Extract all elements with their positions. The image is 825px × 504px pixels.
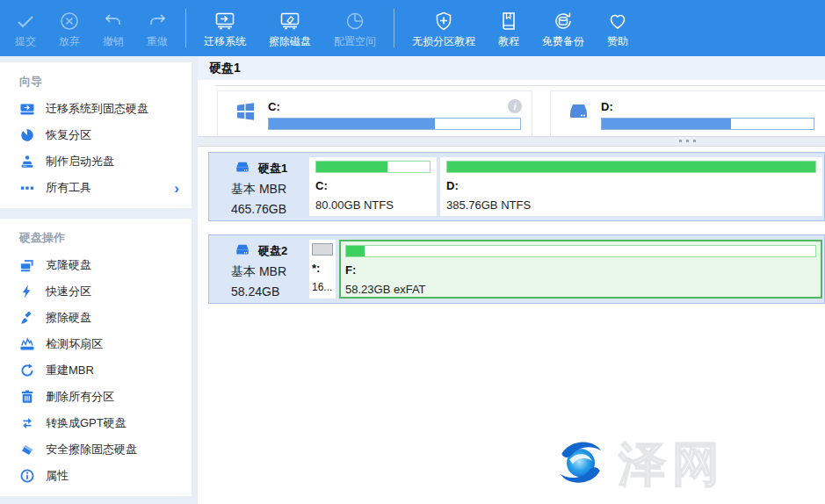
sidebar-item-ssd-migrate[interactable]: 迁移系统到固态硬盘 — [0, 96, 192, 122]
disk-title: 硬盘2 — [231, 242, 299, 260]
partition-info: 80.00GB NTFS — [315, 198, 431, 212]
windows-icon — [234, 101, 257, 122]
drive-icon — [231, 160, 258, 177]
partition-star[interactable]: *:16... — [309, 240, 336, 299]
book-icon — [498, 10, 519, 33]
sidebar-section-title: 向导 — [0, 66, 192, 96]
toolbar: 提交放弃撤销重做迁移系统擦除磁盘配置空间无损分区教程教程免费备份赞助 — [0, 0, 825, 56]
app-body: 向导迁移系统到固态硬盘恢复分区制作启动光盘所有工具›硬盘操作克隆硬盘快速分区擦除… — [0, 56, 825, 504]
redo-icon — [147, 10, 168, 33]
disk-meta[interactable]: 硬盘2基本 MBR58.24GB — [209, 235, 299, 303]
pane-splitter[interactable] — [198, 136, 825, 147]
overview-card-D[interactable]: D: — [550, 90, 825, 136]
partition-strip: *:16...F:58.23GB exFAT — [299, 235, 824, 303]
toolbar-button-backup[interactable]: 免费备份 — [531, 7, 596, 50]
sidebar-section-title: 硬盘操作 — [0, 222, 192, 252]
wave-icon — [19, 336, 35, 352]
overview-card-body: D: — [601, 100, 814, 136]
toolbar-button-label: 迁移系统 — [204, 33, 246, 50]
toolbar-button-label: 教程 — [498, 33, 519, 50]
eraser-icon — [19, 442, 35, 457]
partition-F[interactable]: F:58.23GB exFAT — [339, 240, 822, 299]
sidebar-item-label: 删除所有分区 — [46, 389, 114, 405]
check-icon — [15, 10, 36, 33]
drive-arrow-icon — [214, 10, 235, 33]
partition-usage-fill — [346, 246, 365, 256]
sidebar-item-info[interactable]: 属性 — [0, 463, 192, 489]
toolbar-button-cancel[interactable]: 放弃 — [47, 7, 91, 50]
sidebar-item-dots[interactable]: 所有工具› — [0, 175, 192, 201]
partition-C[interactable]: C:80.00GB NTFS — [309, 157, 437, 216]
divider-line — [215, 85, 825, 86]
sidebar-item-label: 克隆硬盘 — [46, 257, 91, 273]
heart-icon — [607, 10, 628, 33]
disk-title: 硬盘1 — [231, 160, 299, 177]
toolbar-button-book[interactable]: 教程 — [487, 7, 531, 50]
toolbar-button-shield-plus[interactable]: 无损分区教程 — [401, 7, 487, 50]
overview-volume-label: D: — [601, 100, 814, 113]
toolbar-button-check[interactable]: 提交 — [4, 7, 47, 50]
disk-name: 硬盘2 — [258, 243, 287, 259]
sidebar-item-label: 检测坏扇区 — [46, 336, 103, 352]
lightning-icon — [19, 284, 35, 299]
toolbar-button-label: 无损分区教程 — [412, 33, 475, 50]
partition-label: *: — [312, 262, 333, 275]
partition-info: 58.23GB exFAT — [345, 283, 816, 296]
sidebar-item-broom[interactable]: 擦除硬盘 — [0, 305, 192, 331]
partition-strip: C:80.00GB NTFSD:385.76GB NTFS — [299, 153, 824, 220]
pie-clock-icon — [344, 10, 365, 33]
sidebar-item-label: 转换成GPT硬盘 — [46, 415, 127, 431]
toolbar-button-label: 提交 — [15, 33, 36, 50]
sidebar-item-clone[interactable]: 克隆硬盘 — [0, 252, 192, 278]
sidebar-item-lightning[interactable]: 快速分区 — [0, 278, 192, 305]
toolbar-separator — [394, 9, 394, 47]
partition-usage-fill — [313, 244, 332, 255]
info-badge-icon[interactable]: i — [508, 99, 522, 113]
sidebar-item-convert[interactable]: 转换成GPT硬盘 — [0, 410, 192, 436]
overview-card-body: C: — [268, 100, 521, 136]
partition-D[interactable]: D:385.76GB NTFS — [440, 157, 822, 216]
partition-usage-fill — [316, 162, 387, 172]
sidebar-item-pie-recover[interactable]: 恢复分区 — [0, 122, 192, 148]
overview-card-C[interactable]: C:i — [217, 90, 532, 136]
main-panel: 硬盘1 C:iD: 硬盘1基本 MBR465.76GBC:80.00GB NTF… — [198, 56, 825, 504]
dots-icon — [19, 180, 35, 196]
tab-disk1[interactable]: 硬盘1 — [209, 61, 241, 76]
trash-icon — [19, 389, 35, 405]
sidebar-item-label: 属性 — [46, 468, 69, 484]
toolbar-button-label: 放弃 — [59, 33, 80, 50]
sidebar-item-label: 制作启动光盘 — [46, 154, 114, 169]
toolbar-button-label: 重做 — [147, 33, 168, 50]
toolbar-button-label: 免费备份 — [542, 33, 584, 50]
disc-burn-icon — [19, 154, 35, 169]
disk-size: 58.24GB — [231, 284, 299, 299]
sidebar-item-trash[interactable]: 删除所有分区 — [0, 384, 192, 410]
overview-usage-fill — [269, 119, 435, 129]
toolbar-button-drive-arrow[interactable]: 迁移系统 — [192, 7, 257, 50]
backup-icon — [553, 10, 574, 33]
disk-tab-bar: 硬盘1 — [198, 56, 825, 80]
sidebar-item-disc-burn[interactable]: 制作启动光盘 — [0, 148, 192, 175]
chevron-right-icon: › — [174, 181, 192, 196]
sidebar: 向导迁移系统到固态硬盘恢复分区制作启动光盘所有工具›硬盘操作克隆硬盘快速分区擦除… — [0, 56, 192, 504]
toolbar-button-heart[interactable]: 赞助 — [596, 7, 640, 50]
toolbar-button-drive-erase[interactable]: 擦除磁盘 — [257, 7, 322, 50]
sidebar-item-wave[interactable]: 检测坏扇区 — [0, 331, 192, 357]
undo-icon — [103, 10, 124, 33]
shield-plus-icon — [433, 10, 454, 33]
sidebar-item-rebuild[interactable]: 重建MBR — [0, 357, 192, 384]
sidebar-item-eraser[interactable]: 安全擦除固态硬盘 — [0, 436, 192, 463]
toolbar-button-label: 赞助 — [607, 33, 628, 50]
sidebar-section: 向导迁移系统到固态硬盘恢复分区制作启动光盘所有工具› — [0, 62, 192, 208]
disk-row: 硬盘2基本 MBR58.24GB*:16...F:58.23GB exFAT — [208, 234, 825, 304]
overview-usage-fill — [602, 119, 731, 129]
partition-info: 16... — [312, 281, 333, 293]
partition-usage-fill — [447, 162, 815, 172]
drive-icon — [567, 101, 590, 122]
partition-label: C: — [315, 179, 431, 192]
toolbar-button-pie-clock[interactable]: 配置空间 — [322, 7, 387, 50]
toolbar-button-undo[interactable]: 撤销 — [91, 7, 135, 50]
disk-meta[interactable]: 硬盘1基本 MBR465.76GB — [209, 153, 299, 220]
partition-label: D: — [446, 179, 816, 192]
toolbar-button-redo[interactable]: 重做 — [135, 7, 179, 50]
